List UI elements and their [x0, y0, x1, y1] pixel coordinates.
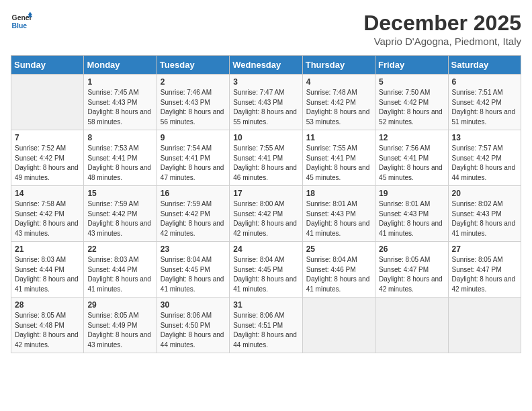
daylight-text: Daylight: 8 hours and 47 minutes. — [161, 164, 224, 181]
calendar-cell: 3 Sunrise: 7:47 AM Sunset: 4:43 PM Dayli… — [230, 75, 302, 130]
sunrise-text: Sunrise: 7:55 AM — [306, 144, 357, 152]
calendar-header-row: SundayMondayTuesdayWednesdayThursdayFrid… — [11, 56, 521, 75]
daylight-text: Daylight: 8 hours and 41 minutes. — [306, 220, 370, 237]
day-info: Sunrise: 7:45 AM Sunset: 4:43 PM Dayligh… — [87, 88, 152, 127]
day-info: Sunrise: 7:46 AM Sunset: 4:43 PM Dayligh… — [161, 88, 226, 127]
day-number: 9 — [161, 133, 226, 142]
day-info: Sunrise: 8:06 AM Sunset: 4:50 PM Dayligh… — [161, 311, 226, 350]
sunrise-text: Sunrise: 8:05 AM — [379, 256, 430, 263]
calendar-cell: 21 Sunrise: 8:03 AM Sunset: 4:44 PM Dayl… — [11, 242, 84, 298]
calendar-week-row: 1 Sunrise: 7:45 AM Sunset: 4:43 PM Dayli… — [11, 75, 521, 130]
daylight-text: Daylight: 8 hours and 43 minutes. — [15, 220, 79, 237]
sunrise-text: Sunrise: 8:05 AM — [15, 312, 66, 319]
sunset-text: Sunset: 4:42 PM — [161, 210, 210, 218]
day-info: Sunrise: 8:04 AM Sunset: 4:46 PM Dayligh… — [306, 255, 371, 294]
calendar-cell: 22 Sunrise: 8:03 AM Sunset: 4:44 PM Dayl… — [84, 242, 157, 298]
sunrise-text: Sunrise: 8:04 AM — [161, 256, 212, 263]
day-number: 3 — [233, 77, 298, 87]
sunset-text: Sunset: 4:42 PM — [15, 154, 64, 162]
day-info: Sunrise: 8:03 AM Sunset: 4:44 PM Dayligh… — [15, 255, 80, 294]
sunset-text: Sunset: 4:47 PM — [452, 266, 502, 273]
sunset-text: Sunset: 4:43 PM — [379, 210, 429, 218]
day-info: Sunrise: 8:05 AM Sunset: 4:49 PM Dayligh… — [87, 311, 152, 350]
calendar-cell: 8 Sunrise: 7:53 AM Sunset: 4:41 PM Dayli… — [84, 130, 157, 186]
daylight-text: Daylight: 8 hours and 41 minutes. — [306, 275, 370, 293]
sunrise-text: Sunrise: 8:06 AM — [233, 312, 284, 319]
sunset-text: Sunset: 4:50 PM — [161, 322, 210, 329]
sunset-text: Sunset: 4:42 PM — [379, 99, 429, 106]
day-info: Sunrise: 7:53 AM Sunset: 4:41 PM Dayligh… — [87, 144, 152, 183]
day-number: 27 — [452, 244, 517, 254]
day-number: 14 — [15, 189, 80, 198]
day-number: 5 — [379, 77, 444, 87]
daylight-text: Daylight: 8 hours and 42 minutes. — [161, 220, 224, 237]
sunrise-text: Sunrise: 7:59 AM — [87, 200, 138, 208]
day-number: 1 — [87, 77, 152, 87]
day-number: 13 — [452, 133, 517, 142]
col-header-friday: Friday — [375, 56, 448, 75]
day-info: Sunrise: 8:02 AM Sunset: 4:43 PM Dayligh… — [452, 199, 517, 238]
svg-text:Blue: Blue — [12, 22, 28, 30]
calendar-cell: 20 Sunrise: 8:02 AM Sunset: 4:43 PM Dayl… — [448, 186, 521, 242]
day-info: Sunrise: 8:04 AM Sunset: 4:45 PM Dayligh… — [161, 255, 226, 294]
sunrise-text: Sunrise: 7:54 AM — [161, 144, 212, 152]
day-number: 20 — [452, 189, 517, 198]
day-info: Sunrise: 7:48 AM Sunset: 4:42 PM Dayligh… — [306, 88, 371, 127]
calendar-cell: 2 Sunrise: 7:46 AM Sunset: 4:43 PM Dayli… — [157, 75, 229, 130]
day-info: Sunrise: 8:05 AM Sunset: 4:47 PM Dayligh… — [452, 255, 517, 294]
sunset-text: Sunset: 4:47 PM — [379, 266, 429, 273]
calendar-cell: 31 Sunrise: 8:06 AM Sunset: 4:51 PM Dayl… — [230, 298, 302, 353]
sunset-text: Sunset: 4:42 PM — [452, 99, 502, 106]
daylight-text: Daylight: 8 hours and 52 minutes. — [379, 108, 443, 126]
daylight-text: Daylight: 8 hours and 44 minutes. — [452, 164, 516, 181]
sunset-text: Sunset: 4:51 PM — [233, 322, 283, 329]
sunrise-text: Sunrise: 7:59 AM — [161, 200, 212, 208]
sunrise-text: Sunrise: 7:47 AM — [233, 89, 284, 96]
day-number: 18 — [306, 189, 371, 198]
day-number: 17 — [233, 189, 298, 198]
col-header-sunday: Sunday — [11, 56, 84, 75]
daylight-text: Daylight: 8 hours and 51 minutes. — [452, 108, 516, 126]
sunrise-text: Sunrise: 7:46 AM — [161, 89, 212, 96]
daylight-text: Daylight: 8 hours and 41 minutes. — [15, 275, 79, 293]
daylight-text: Daylight: 8 hours and 48 minutes. — [87, 164, 151, 181]
calendar-cell — [375, 298, 448, 353]
day-info: Sunrise: 7:59 AM Sunset: 4:42 PM Dayligh… — [87, 199, 152, 238]
day-info: Sunrise: 7:50 AM Sunset: 4:42 PM Dayligh… — [379, 88, 444, 127]
sunrise-text: Sunrise: 8:03 AM — [87, 256, 138, 263]
day-info: Sunrise: 7:58 AM Sunset: 4:42 PM Dayligh… — [15, 199, 80, 238]
sunrise-text: Sunrise: 7:55 AM — [233, 144, 284, 152]
day-number: 25 — [306, 244, 371, 254]
sunrise-text: Sunrise: 7:45 AM — [87, 89, 138, 96]
calendar-cell: 28 Sunrise: 8:05 AM Sunset: 4:48 PM Dayl… — [11, 298, 84, 353]
daylight-text: Daylight: 8 hours and 42 minutes. — [15, 331, 79, 349]
logo: General Blue — [11, 11, 32, 32]
sunrise-text: Sunrise: 8:04 AM — [233, 256, 284, 263]
day-number: 7 — [15, 133, 80, 142]
calendar-cell: 10 Sunrise: 7:55 AM Sunset: 4:41 PM Dayl… — [230, 130, 302, 186]
sunset-text: Sunset: 4:44 PM — [15, 266, 64, 273]
calendar-table: SundayMondayTuesdayWednesdayThursdayFrid… — [11, 55, 521, 353]
calendar-cell — [11, 75, 84, 130]
col-header-thursday: Thursday — [302, 56, 375, 75]
day-number: 19 — [379, 189, 444, 198]
day-number: 6 — [452, 77, 517, 87]
day-number: 4 — [306, 77, 371, 87]
sunset-text: Sunset: 4:45 PM — [161, 266, 210, 273]
daylight-text: Daylight: 8 hours and 49 minutes. — [15, 164, 79, 181]
day-number: 15 — [87, 189, 152, 198]
month-title: December 2025 — [363, 11, 521, 36]
day-number: 16 — [161, 189, 226, 198]
day-number: 30 — [161, 300, 226, 310]
sunset-text: Sunset: 4:41 PM — [379, 154, 429, 162]
day-number: 21 — [15, 244, 80, 254]
day-info: Sunrise: 7:56 AM Sunset: 4:41 PM Dayligh… — [379, 144, 444, 183]
logo-icon: General Blue — [11, 11, 32, 32]
sunset-text: Sunset: 4:41 PM — [306, 154, 356, 162]
day-info: Sunrise: 7:55 AM Sunset: 4:41 PM Dayligh… — [233, 144, 298, 183]
calendar-week-row: 28 Sunrise: 8:05 AM Sunset: 4:48 PM Dayl… — [11, 298, 521, 353]
calendar-cell — [302, 298, 375, 353]
sunset-text: Sunset: 4:41 PM — [233, 154, 283, 162]
sunrise-text: Sunrise: 7:51 AM — [452, 89, 503, 96]
sunrise-text: Sunrise: 8:05 AM — [452, 256, 503, 263]
